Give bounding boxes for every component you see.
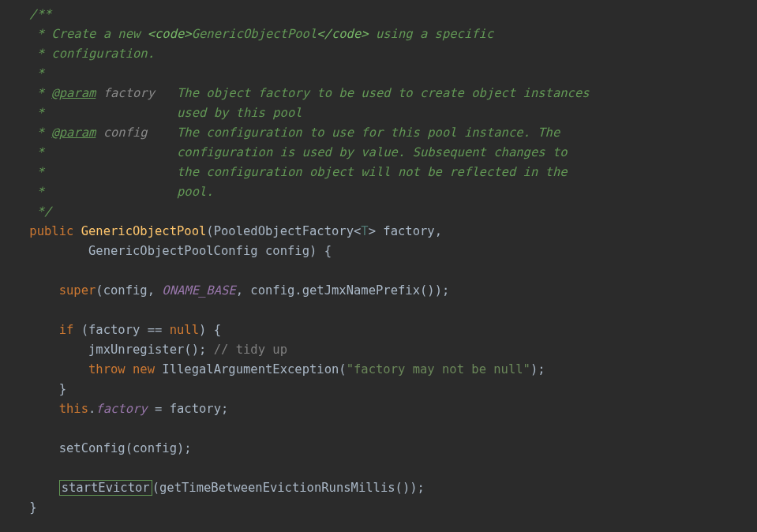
javadoc-param-name: config (103, 126, 148, 140)
javadoc-line: * pool. (0, 185, 214, 199)
javadoc-line: * the configuration object will not be r… (0, 165, 568, 179)
javadoc-param-tag: @param (51, 126, 96, 140)
javadoc-open: /** (0, 7, 51, 21)
javadoc-line: * @param factory The object factory to b… (0, 86, 590, 100)
code-line: super(config, ONAME_BASE, config.getJmxN… (0, 283, 449, 298)
code-line: jmxUnregister(); // tidy up (0, 343, 287, 357)
highlighted-identifier[interactable]: startEvictor (59, 480, 152, 496)
javadoc-line: * Create a new <code>GenericObjectPool</… (0, 27, 493, 41)
keyword-throw: throw (88, 362, 126, 377)
code-editor[interactable]: /** * Create a new <code>GenericObjectPo… (0, 0, 757, 518)
keyword-this: this (59, 402, 88, 416)
code-line (0, 421, 7, 436)
keyword-new: new (133, 362, 155, 377)
code-line (0, 461, 7, 475)
code-line: this.factory = factory; (0, 402, 228, 416)
javadoc-param-name: factory (103, 86, 155, 100)
javadoc-param-tag: @param (51, 86, 96, 100)
code-line: GenericObjectPoolConfig config) { (0, 244, 332, 258)
constructor-name: GenericObjectPool (81, 224, 207, 238)
javadoc-line: * configuration is used by value. Subseq… (0, 145, 568, 159)
javadoc-line: * (0, 66, 44, 81)
code-line: throw new IllegalArgumentException("fact… (0, 362, 545, 377)
keyword-super: super (59, 283, 96, 298)
code-line (0, 264, 7, 278)
javadoc-line: * configuration. (0, 47, 155, 61)
string-literal: "factory may not be null" (347, 362, 530, 377)
keyword-if: if (59, 323, 74, 337)
javadoc-close: */ (0, 204, 51, 219)
keyword-public: public (29, 224, 73, 238)
code-line: } (0, 500, 37, 515)
code-line: setConfig(config); (0, 441, 192, 455)
javadoc-line: * @param config The configuration to use… (0, 126, 560, 140)
code-line: } (0, 382, 66, 396)
line-comment: // tidy up (214, 343, 287, 357)
code-line (0, 303, 7, 317)
javadoc-line: * used by this pool (0, 106, 302, 120)
code-line: if (factory == null) { (0, 323, 221, 337)
constant-oname: ONAME_BASE (162, 283, 235, 298)
code-line: public GenericObjectPool(PooledObjectFac… (0, 224, 442, 238)
code-line: startEvictor(getTimeBetweenEvictionRunsM… (0, 480, 425, 496)
